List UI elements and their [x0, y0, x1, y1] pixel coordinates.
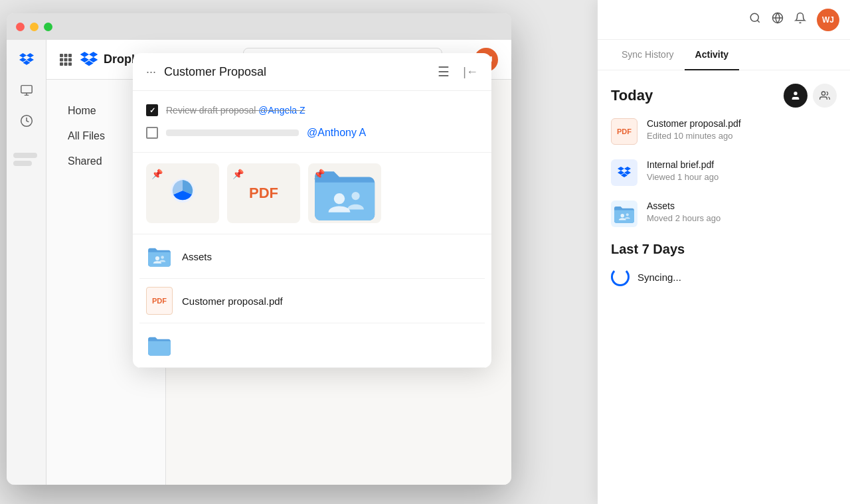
assets-folder-icon — [146, 242, 173, 270]
filter-person-button[interactable] — [784, 84, 808, 108]
clock-icon[interactable] — [17, 112, 36, 130]
activity-meta-2: Viewed 1 hour ago — [647, 172, 837, 182]
globe-icon[interactable] — [772, 12, 784, 27]
pin-icon-3: 📌 — [313, 169, 325, 179]
today-section-title: Today — [611, 84, 837, 108]
file-row-assets[interactable]: Assets — [139, 234, 485, 279]
activity-file-info-1: Customer proposal.pdf Edited 10 minutes … — [647, 118, 837, 141]
svg-rect-0 — [21, 86, 31, 93]
svg-point-20 — [621, 214, 624, 217]
activity-filename-2: Internal brief.pdf — [647, 159, 837, 170]
proposal-pdf-icon: PDF — [146, 287, 173, 315]
file-thumb-folder[interactable]: 📌 — [308, 163, 381, 223]
bell-topbar-icon[interactable] — [794, 12, 806, 27]
dropbox-icon[interactable] — [17, 50, 36, 69]
task-placeholder-line — [166, 129, 299, 136]
last7days-section-title: Last 7 Days — [611, 242, 837, 257]
task-checkbox-2[interactable] — [146, 127, 158, 139]
file-list: Assets PDF Customer proposal.pdf — [133, 234, 491, 368]
svg-rect-7 — [68, 58, 72, 61]
pin-icon-1: 📌 — [151, 169, 163, 179]
svg-rect-3 — [64, 54, 68, 57]
svg-point-15 — [161, 256, 164, 259]
svg-point-14 — [155, 256, 159, 260]
svg-rect-10 — [68, 62, 72, 66]
task-item-2: @Anthony A — [146, 122, 478, 144]
syncing-item: Syncing... — [611, 268, 837, 286]
svg-point-12 — [334, 193, 345, 204]
activity-dropbox-icon-2 — [611, 159, 638, 186]
svg-rect-9 — [64, 62, 68, 66]
filter-group-button[interactable] — [813, 84, 837, 108]
activity-user-avatar[interactable]: WJ — [817, 9, 839, 31]
activity-item-2: Internal brief.pdf Viewed 1 hour ago — [611, 159, 837, 186]
doc-panel-header: ··· Customer Proposal ☰ |← — [133, 53, 491, 91]
svg-rect-5 — [60, 58, 63, 61]
maximize-button[interactable] — [44, 23, 52, 31]
svg-point-13 — [351, 192, 359, 200]
pin-icon-2: 📌 — [232, 169, 244, 179]
proposal-file-name: Customer proposal.pdf — [182, 295, 283, 307]
tab-activity[interactable]: Activity — [685, 40, 740, 70]
menu-lines-icon[interactable]: ☰ — [438, 64, 450, 80]
file-thumb-pdf[interactable]: 📌 PDF — [227, 163, 300, 223]
syncing-label: Syncing... — [638, 272, 681, 283]
chart-icon — [168, 176, 197, 210]
desktop-icon[interactable] — [17, 81, 36, 100]
svg-rect-4 — [68, 54, 72, 57]
task-list: Review draft proposal @Angela Z @Anthony… — [133, 91, 491, 153]
activity-filename-3: Assets — [647, 201, 837, 211]
activity-meta-3: Moved 2 hours ago — [647, 213, 837, 223]
doc-panel-title: Customer Proposal — [164, 65, 430, 79]
file-thumbnails: 📌 📌 PDF 📌 — [133, 153, 491, 234]
file-row-proposal[interactable]: PDF Customer proposal.pdf — [139, 279, 485, 323]
activity-filename-1: Customer proposal.pdf — [647, 118, 837, 129]
filter-buttons — [784, 84, 837, 108]
svg-point-21 — [626, 213, 629, 216]
document-panel: ··· Customer Proposal ☰ |← Review draft … — [133, 53, 491, 368]
svg-point-16 — [750, 13, 758, 21]
today-label: Today — [611, 87, 653, 104]
mac-titlebar — [7, 13, 511, 40]
activity-meta-1: Edited 10 minutes ago — [647, 131, 837, 141]
activity-item-3: Assets Moved 2 hours ago — [611, 201, 837, 227]
sync-spinner-icon — [611, 268, 630, 286]
file-thumb-chart[interactable]: 📌 — [146, 163, 219, 223]
tab-sync-history[interactable]: Sync History — [611, 40, 685, 70]
file-row-folder2[interactable] — [139, 323, 485, 368]
activity-body: Today — [598, 70, 850, 504]
grid-menu-icon[interactable] — [60, 54, 72, 66]
mini-sidebar — [7, 40, 46, 485]
activity-panel: WJ Sync History Activity Today — [598, 0, 850, 504]
activity-topbar: WJ — [598, 0, 850, 40]
activity-file-info-2: Internal brief.pdf Viewed 1 hour ago — [647, 159, 837, 182]
close-button[interactable] — [16, 23, 25, 31]
assets-file-name: Assets — [182, 251, 212, 262]
more-options-icon[interactable]: ··· — [146, 65, 156, 79]
minimize-button[interactable] — [30, 23, 39, 31]
activity-tabs: Sync History Activity — [598, 40, 850, 70]
task-checkbox-1[interactable] — [146, 104, 158, 116]
activity-file-info-3: Assets Moved 2 hours ago — [647, 201, 837, 223]
svg-rect-2 — [60, 54, 63, 57]
activity-pdf-icon-1: PDF — [611, 118, 638, 145]
pdf-label: PDF — [249, 185, 278, 202]
svg-point-19 — [821, 92, 825, 95]
activity-item-1: PDF Customer proposal.pdf Edited 10 minu… — [611, 118, 837, 145]
svg-point-18 — [794, 92, 797, 95]
svg-rect-8 — [60, 62, 63, 66]
search-topbar-icon[interactable] — [749, 12, 761, 27]
task-text-1: Review draft proposal @Angela Z — [166, 105, 305, 116]
task-item-1: Review draft proposal @Angela Z — [146, 99, 478, 122]
folder2-icon — [146, 331, 173, 359]
collapse-panel-icon[interactable]: |← — [463, 65, 478, 79]
activity-folder-icon-3 — [611, 201, 638, 227]
svg-rect-6 — [64, 58, 68, 61]
task-mention-anthony[interactable]: @Anthony A — [307, 127, 366, 139]
